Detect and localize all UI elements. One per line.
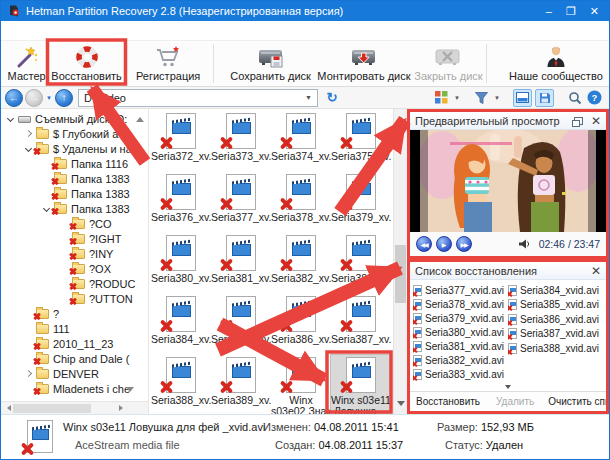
file-item[interactable]: Seria373_xv...: [211, 111, 271, 172]
file-item[interactable]: Seria377_xv...: [211, 172, 271, 233]
file-item[interactable]: Seria374_xv...: [271, 111, 331, 172]
recover-button[interactable]: Восстановить: [48, 41, 125, 86]
scroll-right-icon[interactable]: [119, 405, 126, 411]
tree-item[interactable]: $ Удалены и на: [1, 141, 138, 156]
file-item[interactable]: Seria381_xv...: [211, 233, 271, 294]
tree-item[interactable]: 2010_11_23: [1, 336, 138, 351]
tree-item[interactable]: ?IGHT: [1, 231, 138, 246]
play-button[interactable]: ▶: [436, 236, 452, 252]
refresh-icon[interactable]: ↻: [324, 90, 340, 105]
tree-item[interactable]: Chip and Dale (: [1, 351, 138, 366]
tree-item[interactable]: ?INY: [1, 246, 138, 261]
tree-item[interactable]: DENVER: [1, 366, 138, 381]
file-item[interactable]: Seria379_xv...: [331, 172, 391, 233]
view-mode-dropdown-icon[interactable]: ▼: [453, 95, 461, 101]
tree-horizontal-scrollbar[interactable]: [1, 401, 148, 414]
tree-item[interactable]: ?RODUC: [1, 276, 138, 291]
back-button[interactable]: ←: [5, 89, 23, 107]
recovery-list-item[interactable]: Seria380_xvid.avi: [413, 325, 508, 339]
recovery-list-item[interactable]: Seria385_xvid.avi: [508, 298, 603, 313]
file-item[interactable]: Seria387_xv...: [331, 294, 391, 355]
recovery-list-item[interactable]: Seria382_xvid.avi: [413, 354, 508, 368]
recovery-list-item[interactable]: Seria383_xvid.avi: [413, 368, 508, 382]
chevron-icon[interactable]: [5, 114, 17, 124]
registration-button[interactable]: Регистрация: [125, 41, 211, 86]
file-name: Seria376_xv...: [151, 212, 211, 223]
file-list-scrollbar[interactable]: [393, 109, 407, 414]
filter-dropdown-icon[interactable]: ▼: [493, 95, 501, 101]
recovery-list-item[interactable]: Seria384_xvid.avi: [508, 283, 603, 298]
toggle-preview-panel-icon[interactable]: [513, 89, 532, 107]
wizard-button[interactable]: Мастер: [5, 41, 48, 86]
scroll-down-icon[interactable]: [397, 401, 405, 410]
recovery-list-item[interactable]: Seria379_xvid.avi: [413, 311, 508, 325]
maximize-button[interactable]: ❐: [566, 6, 576, 17]
toggle-save-panel-icon[interactable]: [535, 89, 554, 107]
recovery-list-item[interactable]: Seria378_xvid.avi: [413, 297, 508, 311]
close-panel-icon[interactable]: ✕: [591, 115, 601, 127]
tree-item[interactable]: Папка 1383: [1, 201, 138, 216]
tree-item[interactable]: $ Глубокий а: [1, 126, 138, 141]
file-item[interactable]: Seria388_xv...: [151, 355, 211, 414]
view-mode-icon[interactable]: [433, 89, 450, 106]
expand-list-icon[interactable]: [410, 382, 606, 391]
recovery-list-item[interactable]: Seria386_xvid.avi: [508, 312, 603, 327]
mount-disk-button[interactable]: Монтировать диск: [315, 41, 413, 86]
tree-item[interactable]: Mladenets i che: [1, 381, 138, 396]
recovery-list-item[interactable]: Seria388_xvid.avi: [508, 341, 603, 356]
file-item[interactable]: Seria375_xv...: [331, 111, 391, 172]
file-item[interactable]: Seria385_xv...: [211, 294, 271, 355]
scrollbar-thumb[interactable]: [395, 245, 406, 303]
tree-scroll-up-icon[interactable]: [136, 113, 144, 122]
up-button[interactable]: ↑: [55, 89, 73, 107]
file-item[interactable]: Seria389_xv...: [211, 355, 271, 414]
fast-forward-button[interactable]: ▶▶: [456, 236, 472, 252]
tree-item[interactable]: Съемный диск (D:: [1, 111, 138, 126]
file-item[interactable]: Winx s03e11 Ловушка ...: [331, 355, 391, 414]
recovery-list-item[interactable]: Seria387_xvid.avi: [508, 327, 603, 342]
file-item[interactable]: Winx s03e02 Знак Валто...: [271, 355, 331, 414]
minimize-button[interactable]: –: [546, 6, 552, 17]
file-item[interactable]: Seria386_xv...: [271, 294, 331, 355]
file-item[interactable]: Seria382_xv...: [271, 233, 331, 294]
scroll-left-icon[interactable]: [4, 405, 11, 411]
undock-panel-icon[interactable]: [574, 117, 583, 125]
rewind-button[interactable]: ◀◀: [416, 236, 432, 252]
tree-item[interactable]: ?CO: [1, 216, 138, 231]
chevron-icon[interactable]: [23, 369, 35, 379]
search-icon[interactable]: [566, 89, 583, 106]
tree-item[interactable]: 111: [1, 321, 138, 336]
tree-item[interactable]: Папка 1383: [1, 171, 138, 186]
filter-icon[interactable]: [473, 89, 490, 106]
chevron-icon[interactable]: [23, 129, 35, 139]
help-icon[interactable]: ?: [586, 89, 603, 106]
chevron-icon[interactable]: [23, 324, 35, 334]
path-dropdown-icon[interactable]: ▼: [305, 94, 312, 101]
volume-icon[interactable]: [519, 239, 531, 249]
tree-scroll-down-icon[interactable]: [126, 387, 134, 396]
close-button[interactable]: ✕: [590, 6, 599, 17]
save-disk-button[interactable]: Сохранить диск: [226, 41, 314, 86]
close-panel-icon[interactable]: ✕: [591, 265, 601, 277]
recovery-list-item[interactable]: Seria377_xvid.avi: [413, 283, 508, 297]
tree-item[interactable]: ?OX: [1, 261, 138, 276]
tree-item[interactable]: ?UTTON: [1, 291, 138, 306]
clear-list-button[interactable]: Очистить список: [542, 396, 609, 407]
recover-selected-button[interactable]: Восстановить: [410, 396, 486, 407]
file-item[interactable]: Seria380_xv...: [151, 233, 211, 294]
tree-item[interactable]: Папка 1383: [1, 186, 138, 201]
scroll-up-icon[interactable]: [397, 113, 405, 122]
forward-button[interactable]: →: [25, 89, 43, 107]
history-dropdown-icon[interactable]: ▼: [45, 95, 53, 101]
file-item[interactable]: Seria376_xv...: [151, 172, 211, 233]
file-item[interactable]: Seria378_xv...: [271, 172, 331, 233]
file-item[interactable]: Seria372_xv...: [151, 111, 211, 172]
file-item[interactable]: Seria383_xv...: [331, 233, 391, 294]
scrollbar-thumb[interactable]: [13, 404, 91, 413]
file-item[interactable]: Seria384_xv...: [151, 294, 211, 355]
path-input[interactable]: D:\Video ▼: [78, 89, 318, 107]
community-button[interactable]: Наше сообщество: [503, 41, 609, 86]
tree-item[interactable]: Папка 1116: [1, 156, 138, 171]
recovery-list-item[interactable]: Seria381_xvid.avi: [413, 340, 508, 354]
tree-item[interactable]: ?: [1, 306, 138, 321]
